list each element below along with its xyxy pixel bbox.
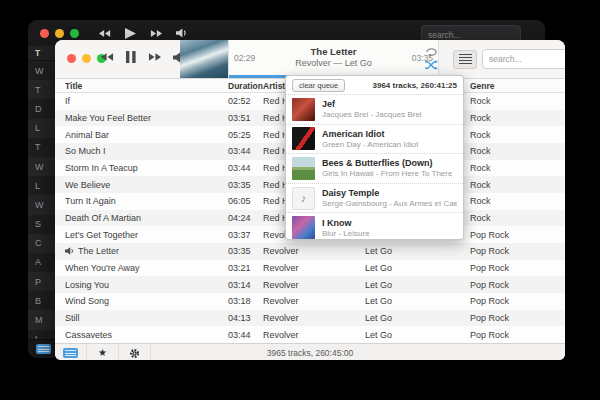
cell-title: Still [65, 313, 228, 323]
cell-title: Storm In A Teacup [65, 163, 228, 173]
cell-album: Let Go [365, 246, 470, 256]
cell-artist: Revolver [263, 263, 365, 273]
queue-item-subtitle: Girls In Hawaii - From Here To There [322, 169, 452, 178]
minimize-button[interactable] [55, 29, 64, 38]
cell-genre: Rock [470, 196, 565, 206]
cell-genre: Rock [470, 146, 565, 156]
queue-list-icon [459, 54, 472, 65]
table-row[interactable]: Losing You03:14RevolverLet GoPop Rock [55, 276, 565, 293]
track-artist-album: Revolver — Let Go [229, 58, 438, 68]
library-view-button[interactable] [55, 344, 87, 360]
cell-title: Make You Feel Better [65, 113, 228, 123]
previous-track-icon[interactable] [101, 52, 114, 62]
cell-genre: Pop Rock [470, 313, 565, 323]
cell-title: Death Of A Martian [65, 213, 228, 223]
queue-item[interactable]: ♪Daisy TempleSerge Gainsbourg - Aux Arme… [286, 183, 463, 213]
queue-item-subtitle: Green Day - American Idiot [322, 140, 418, 149]
cell-genre: Pop Rock [470, 296, 565, 306]
close-button[interactable] [40, 29, 49, 38]
gear-icon [129, 348, 140, 359]
minimize-button[interactable] [82, 54, 91, 63]
cell-title: Turn It Again [65, 196, 228, 206]
cell-album: Let Go [365, 263, 470, 273]
shuffle-icon[interactable] [425, 60, 438, 70]
cell-genre: Rock [470, 213, 565, 223]
column-header-duration[interactable]: Duration [228, 81, 263, 91]
cell-album: Let Go [365, 280, 470, 290]
queue-item-title: American Idiot [322, 129, 418, 139]
cell-genre: Pop Rock [470, 330, 565, 340]
volume-icon[interactable] [176, 28, 187, 38]
cell-duration: 05:25 [228, 130, 263, 140]
music-note-icon: ♪ [301, 192, 307, 204]
table-row[interactable]: When You're Away03:21RevolverLet GoPop R… [55, 260, 565, 277]
playlists-button[interactable]: ★ [87, 344, 119, 360]
play-icon[interactable] [125, 28, 136, 39]
pause-icon[interactable] [126, 51, 136, 63]
next-track-icon[interactable] [148, 52, 161, 62]
queue-item-title: Daisy Temple [322, 188, 457, 198]
queue-item-title: I Know [322, 218, 370, 228]
cell-genre: Rock [470, 96, 565, 106]
queue-item-subtitle: Serge Gainsbourg - Aux Armes et Caete... [322, 199, 457, 208]
cell-duration: 03:18 [228, 296, 263, 306]
cell-artist: Revolver [263, 280, 365, 290]
cell-duration: 03:44 [228, 146, 263, 156]
next-track-icon[interactable] [150, 29, 162, 38]
cell-duration: 06:05 [228, 196, 263, 206]
queue-item[interactable]: American IdiotGreen Day - American Idiot [286, 124, 463, 154]
queue-item-artwork: ♪ [292, 187, 315, 210]
cell-title: Let's Get Together [65, 230, 228, 240]
queue-toggle-button[interactable] [453, 50, 477, 69]
cell-duration: 03:37 [228, 230, 263, 240]
previous-track-icon[interactable] [99, 29, 111, 38]
queue-item[interactable]: JefJacques Brel - Jacques Brel [286, 94, 463, 124]
cell-album: Let Go [365, 296, 470, 306]
maximize-button[interactable] [70, 29, 79, 38]
clear-queue-button[interactable]: clear queue [292, 79, 345, 93]
column-header-title[interactable]: Title [65, 81, 228, 91]
cell-artist: Revolver [263, 330, 365, 340]
table-row[interactable]: Still04:13RevolverLet GoPop Rock [55, 310, 565, 327]
settings-button[interactable] [119, 344, 151, 360]
cell-title: The Letter [65, 246, 228, 256]
album-artwork[interactable] [180, 40, 228, 78]
cell-title: So Much I [65, 146, 228, 156]
cell-title: If [65, 96, 228, 106]
cell-genre: Pop Rock [470, 280, 565, 290]
queue-item[interactable]: Bees & Butterflies (Down)Girls In Hawaii… [286, 153, 463, 183]
queue-item-title: Bees & Butterflies (Down) [322, 158, 452, 168]
table-row[interactable]: Wind Song03:18RevolverLet GoPop Rock [55, 293, 565, 310]
playing-indicator-icon [65, 247, 74, 255]
table-row[interactable]: The Letter03:35RevolverLet GoPop Rock [55, 243, 565, 260]
cell-artist: Revolver [263, 313, 365, 323]
cell-duration: 03:14 [228, 280, 263, 290]
track-title: The Letter [229, 46, 438, 57]
close-button[interactable] [67, 54, 76, 63]
cell-duration: 03:44 [228, 163, 263, 173]
cell-album: Let Go [365, 330, 470, 340]
repeat-icon[interactable] [425, 47, 438, 58]
cell-title: When You're Away [65, 263, 228, 273]
cell-title: Animal Bar [65, 130, 228, 140]
star-icon: ★ [98, 348, 107, 358]
cell-duration: 03:21 [228, 263, 263, 273]
list-view-icon[interactable] [36, 344, 51, 354]
now-playing-panel[interactable]: The Letter Revolver — Let Go 02:29 03:35 [228, 40, 439, 78]
desktop: T WTDLTWLWSCAPBML The Letter Revolver — [0, 0, 600, 400]
column-header-genre[interactable]: Genre [470, 81, 565, 91]
cell-title: We Believe [65, 180, 228, 190]
cell-genre: Pop Rock [470, 263, 565, 273]
queue-item-subtitle: Jacques Brel - Jacques Brel [322, 110, 422, 119]
queue-item[interactable]: I KnowBlur - Leisure [286, 212, 463, 242]
cell-duration: 02:52 [228, 96, 263, 106]
elapsed-time: 02:29 [234, 53, 255, 63]
cell-duration: 03:51 [228, 113, 263, 123]
queue-item-artwork [292, 157, 315, 180]
cell-genre: Pop Rock [470, 230, 565, 240]
search-input[interactable] [482, 49, 565, 69]
player-footer: ★ 3965 tracks, 260:45:00 [55, 343, 565, 360]
table-row[interactable]: Cassavetes03:44RevolverLet GoPop Rock [55, 326, 565, 343]
queue-item-artwork [292, 98, 315, 121]
cell-genre: Pop Rock [470, 246, 565, 256]
